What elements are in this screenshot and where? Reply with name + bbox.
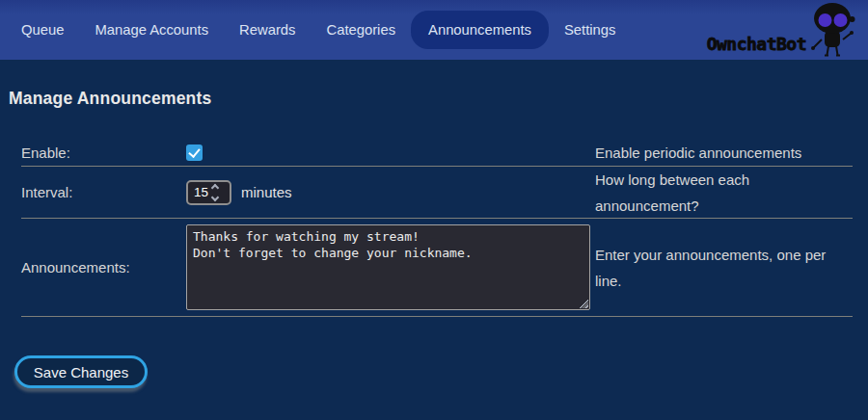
interval-help-text: How long between each announcement? bbox=[590, 167, 853, 219]
number-spinner[interactable] bbox=[212, 185, 218, 200]
announcements-help-text: Enter your announcements, one per line. bbox=[590, 242, 853, 294]
form-row-announcements: Announcements: Thanks for watching my st… bbox=[21, 219, 853, 317]
main-nav: Queue Manage Accounts Rewards Categories… bbox=[6, 11, 631, 49]
top-nav-bar: Queue Manage Accounts Rewards Categories… bbox=[0, 0, 868, 60]
nav-item-categories[interactable]: Categories bbox=[311, 13, 411, 47]
announcements-label: Announcements: bbox=[21, 259, 186, 276]
enable-checkbox[interactable] bbox=[186, 144, 203, 161]
spinner-up-icon[interactable] bbox=[211, 183, 219, 191]
nav-item-rewards[interactable]: Rewards bbox=[224, 13, 311, 47]
enable-help-text: Enable periodic announcements bbox=[590, 140, 853, 166]
ownchatbot-logo: OwnchatBot bbox=[677, 0, 860, 60]
nav-item-queue[interactable]: Queue bbox=[6, 13, 79, 47]
interval-input[interactable] bbox=[188, 185, 210, 199]
announcements-textarea[interactable]: Thanks for watching my stream! Don't for… bbox=[186, 224, 590, 310]
nav-item-announcements[interactable]: Announcements bbox=[411, 11, 549, 49]
content-area: Manage Announcements Enable: Enable peri… bbox=[0, 89, 868, 388]
robot-mascot-icon bbox=[806, 2, 858, 58]
page-title: Manage Announcements bbox=[9, 89, 868, 109]
nav-item-manage-accounts[interactable]: Manage Accounts bbox=[79, 13, 224, 47]
logo-wordmark: OwnchatBot bbox=[707, 34, 806, 54]
enable-label: Enable: bbox=[21, 144, 186, 161]
nav-item-settings[interactable]: Settings bbox=[549, 13, 631, 47]
interval-label: Interval: bbox=[21, 184, 186, 200]
form-row-interval: Interval: minutes How long between each … bbox=[21, 167, 853, 219]
form-row-enable: Enable: Enable periodic announcements bbox=[21, 140, 853, 167]
save-changes-button[interactable]: Save Changes bbox=[14, 355, 148, 388]
announcement-settings-table: Enable: Enable periodic announcements In… bbox=[21, 140, 853, 317]
spinner-down-icon[interactable] bbox=[211, 193, 219, 200]
interval-unit-label: minutes bbox=[241, 184, 292, 200]
interval-number-field[interactable] bbox=[186, 180, 231, 205]
